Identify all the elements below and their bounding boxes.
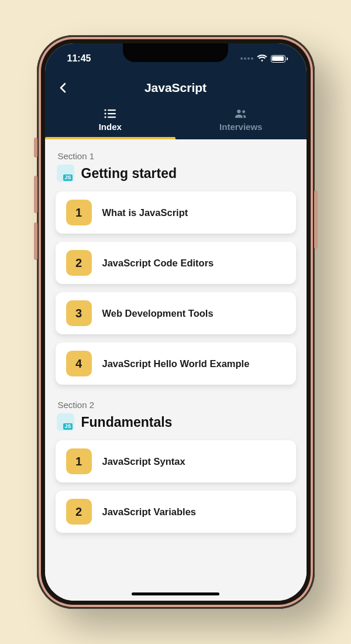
header: JavaScript Index bbox=[45, 74, 307, 139]
notch bbox=[123, 43, 228, 62]
phone-side-button bbox=[34, 176, 37, 213]
tabs: Index Interviews bbox=[45, 102, 307, 139]
content-scroll[interactable]: Section 1 JS Getting started 1 What is J… bbox=[45, 139, 307, 601]
section-title: Fundamentals bbox=[81, 415, 173, 430]
lesson-number-badge: 2 bbox=[66, 250, 92, 276]
back-button[interactable] bbox=[53, 78, 73, 98]
lesson-card[interactable]: 1 What is JavaScript bbox=[56, 191, 296, 234]
tab-index[interactable]: Index bbox=[45, 102, 176, 139]
lesson-title: JavaScript Syntax bbox=[102, 456, 185, 467]
phone-side-button bbox=[314, 190, 318, 249]
section-block: Section 1 JS Getting started 1 What is J… bbox=[56, 151, 296, 385]
tab-label: Interviews bbox=[219, 122, 262, 132]
svg-point-4 bbox=[105, 116, 106, 118]
section-title: Getting started bbox=[81, 166, 177, 181]
lesson-card[interactable]: 2 JavaScript Code Editors bbox=[56, 242, 296, 284]
list-icon bbox=[104, 109, 116, 118]
chevron-left-icon bbox=[56, 81, 70, 95]
lesson-number-badge: 1 bbox=[66, 200, 92, 225]
page-title: JavaScript bbox=[45, 81, 307, 95]
svg-rect-3 bbox=[108, 113, 116, 114]
js-badge-icon: JS bbox=[57, 413, 74, 431]
lesson-title: JavaScript Hello World Example bbox=[102, 358, 250, 369]
signal-dots-icon bbox=[240, 57, 253, 60]
battery-icon bbox=[271, 55, 288, 63]
section-label: Section 2 bbox=[58, 400, 296, 410]
svg-rect-5 bbox=[108, 117, 116, 118]
status-right bbox=[240, 54, 288, 63]
lesson-card[interactable]: 4 JavaScript Hello World Example bbox=[56, 342, 296, 385]
lesson-title: What is JavaScript bbox=[102, 207, 188, 218]
phone-side-button bbox=[34, 138, 37, 157]
lesson-title: JavaScript Code Editors bbox=[102, 258, 214, 269]
svg-point-2 bbox=[105, 112, 106, 114]
phone-side-button bbox=[34, 222, 37, 260]
lesson-number-badge: 2 bbox=[66, 499, 92, 525]
svg-point-6 bbox=[237, 109, 240, 113]
lesson-card[interactable]: 2 JavaScript Variables bbox=[56, 491, 296, 533]
lesson-number-badge: 4 bbox=[66, 351, 92, 376]
tab-interviews[interactable]: Interviews bbox=[176, 102, 307, 139]
screen: 11:45 bbox=[45, 43, 307, 601]
lesson-card[interactable]: 3 Web Development Tools bbox=[56, 292, 296, 334]
svg-point-0 bbox=[105, 109, 106, 111]
section-label: Section 1 bbox=[58, 151, 296, 161]
lesson-number-badge: 3 bbox=[66, 300, 92, 326]
home-indicator[interactable] bbox=[132, 592, 219, 595]
section-header: JS Fundamentals bbox=[57, 413, 296, 431]
wifi-icon bbox=[257, 54, 267, 63]
lesson-title: JavaScript Variables bbox=[102, 506, 197, 518]
svg-point-7 bbox=[242, 110, 245, 113]
section-block: Section 2 JS Fundamentals 1 JavaScript S… bbox=[56, 400, 296, 533]
lesson-number-badge: 1 bbox=[66, 448, 92, 474]
lesson-title: Web Development Tools bbox=[102, 308, 214, 319]
people-icon bbox=[235, 109, 247, 118]
tab-label: Index bbox=[99, 122, 122, 132]
lesson-card[interactable]: 1 JavaScript Syntax bbox=[56, 440, 296, 482]
section-header: JS Getting started bbox=[57, 165, 296, 182]
status-time: 11:45 bbox=[67, 53, 91, 64]
svg-rect-1 bbox=[108, 109, 116, 111]
phone-frame: 11:45 bbox=[37, 35, 315, 609]
js-badge-icon: JS bbox=[57, 165, 74, 182]
